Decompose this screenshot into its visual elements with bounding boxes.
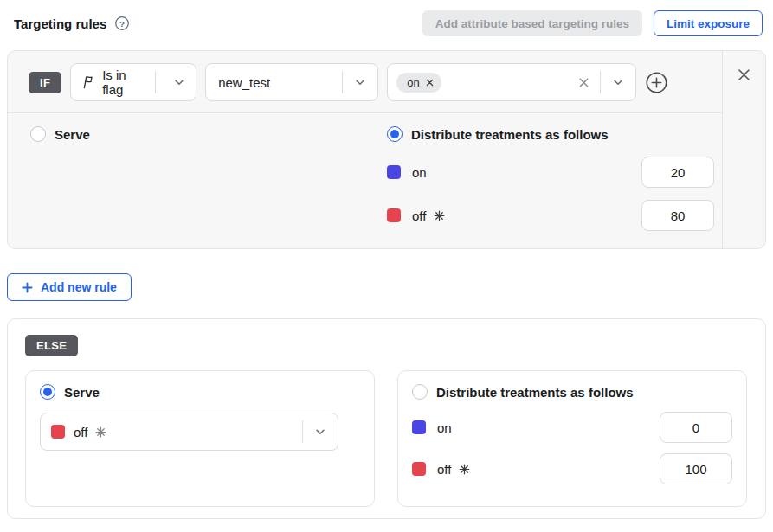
else-distribute-radio-row[interactable]: Distribute treatments as follows [412, 384, 732, 400]
add-new-rule-button[interactable]: Add new rule [7, 273, 132, 301]
serve-label: Serve [55, 127, 90, 142]
treatment-off-swatch [387, 208, 401, 222]
else-distribute-panel: Distribute treatments as follows on off [397, 370, 747, 507]
treatment-row-off: off [387, 200, 714, 231]
distribute-column: Distribute treatments as follows on off [387, 126, 714, 231]
plus-icon [22, 282, 33, 293]
rule-close-column [722, 51, 765, 248]
chevron-down-icon[interactable] [303, 426, 338, 438]
title-wrap: Targeting rules ? [14, 16, 130, 31]
else-serve-radio[interactable] [40, 384, 55, 400]
treatment-on-swatch [387, 165, 401, 179]
limit-exposure-button[interactable]: Limit exposure [654, 10, 763, 36]
treatment-name: off [412, 208, 426, 223]
treatment-name: off [437, 462, 451, 477]
percent-input-on[interactable] [641, 157, 714, 188]
default-treatment-icon [459, 464, 470, 475]
treatment-on-swatch [412, 420, 426, 434]
add-new-rule-label: Add new rule [41, 280, 117, 294]
treatment-row-off: off [412, 453, 732, 484]
serve-radio[interactable] [30, 126, 46, 142]
add-condition-button[interactable] [645, 71, 668, 94]
if-rule-main: IF Is in flag new_test [8, 51, 722, 248]
else-distribute-radio[interactable] [412, 384, 428, 400]
if-badge: IF [29, 72, 61, 93]
else-rule-card: ELSE Serve off [7, 318, 766, 519]
treatment-name: on [437, 420, 452, 435]
percent-input-on[interactable] [660, 412, 732, 443]
treatment-name: off [74, 425, 87, 439]
matcher-select[interactable]: Is in flag [70, 63, 196, 101]
treatment-off-swatch [51, 425, 65, 439]
if-rule-header: IF Is in flag new_test [8, 51, 722, 113]
else-serve-radio-row[interactable]: Serve [40, 384, 360, 400]
chevron-down-icon[interactable] [601, 76, 635, 88]
svg-text:?: ? [119, 19, 125, 29]
topbar: Targeting rules ? Add attribute based ta… [0, 0, 773, 36]
treatment-off-swatch [412, 462, 426, 476]
else-distribute-label: Distribute treatments as follows [436, 385, 634, 400]
if-rule-card: IF Is in flag new_test [7, 50, 766, 249]
treatment-name: on [412, 165, 427, 180]
chevron-down-icon[interactable] [163, 76, 196, 88]
else-panels: Serve off Distribute treat [25, 370, 748, 507]
percent-input-off[interactable] [660, 453, 732, 484]
else-serve-treatment-select[interactable]: off [40, 413, 338, 451]
flag-icon [81, 75, 95, 89]
default-treatment-icon [434, 210, 445, 221]
selected-tag-label: on [407, 76, 419, 89]
distribute-radio[interactable] [387, 126, 403, 142]
page-title: Targeting rules [14, 16, 106, 31]
else-serve-label: Serve [64, 385, 100, 400]
distribute-label: Distribute treatments as follows [411, 127, 609, 142]
delete-rule-icon[interactable] [737, 67, 751, 82]
percent-input-off[interactable] [641, 200, 714, 231]
divider [155, 71, 156, 93]
remove-tag-icon[interactable] [426, 79, 434, 87]
serve-column: Serve [30, 126, 387, 231]
add-attribute-rules-button[interactable]: Add attribute based targeting rules [422, 10, 642, 36]
targeting-rules-page: Targeting rules ? Add attribute based ta… [0, 0, 773, 532]
else-serve-panel: Serve off [25, 370, 375, 507]
clear-selection-icon[interactable] [570, 76, 596, 89]
chevron-down-icon[interactable] [343, 76, 377, 88]
matcher-select-value: Is in flag [102, 67, 148, 97]
treatment-row-on: on [412, 412, 732, 443]
selected-tag: on [396, 73, 441, 93]
help-question-icon[interactable]: ? [114, 16, 130, 31]
treatment-multiselect[interactable]: on [387, 63, 636, 101]
else-badge: ELSE [25, 335, 78, 356]
serve-radio-row[interactable]: Serve [30, 126, 387, 142]
default-treatment-icon [95, 426, 106, 438]
topbar-actions: Add attribute based targeting rules Limi… [422, 10, 763, 36]
flag-select-value: new_test [218, 75, 270, 90]
treatment-row-on: on [387, 157, 714, 188]
distribute-radio-row[interactable]: Distribute treatments as follows [387, 126, 714, 142]
if-rule-body: Serve Distribute treatments as follows o… [8, 113, 722, 231]
flag-select[interactable]: new_test [205, 63, 378, 101]
